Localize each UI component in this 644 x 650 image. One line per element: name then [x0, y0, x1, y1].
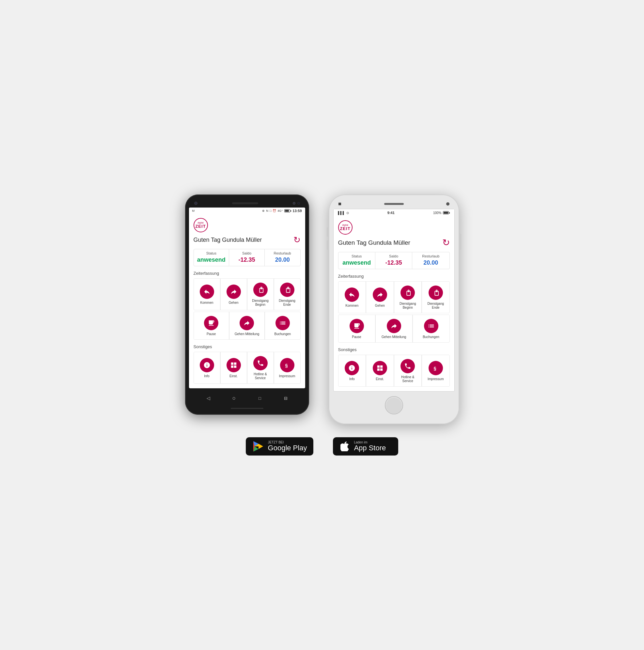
front-camera [338, 203, 341, 205]
pause-label: Pause [207, 332, 216, 336]
iphone-zeiterfassung-title: Zeiterfassung [338, 274, 450, 279]
iphone-gehen-button[interactable]: Gehen [366, 282, 394, 313]
iphone-top-bar [333, 201, 455, 209]
time-display: 13:59 [292, 209, 301, 213]
iphone-app-logo: digital ZEIT [338, 220, 450, 234]
iphone-buchungen-button[interactable]: Buchungen [413, 315, 450, 342]
iphone-kommen-icon [345, 287, 359, 302]
iphone-greeting-text: Guten Tag Gundula Müller [338, 239, 410, 246]
volume-up-button[interactable] [327, 227, 328, 237]
iphone-zeiterfassung-grid-2: Pause Gehen Mitteilung Buchungen [338, 315, 450, 342]
kommen-label: Kommen [200, 301, 213, 305]
iphone-dienstgang-ende-button[interactable]: Dienstgang Ende [422, 282, 450, 313]
iphone-stat-status-label: Status [340, 254, 374, 258]
android-home-button[interactable]: ○ [229, 394, 239, 403]
wifi-icon: ⊙ [346, 211, 349, 215]
iphone-hotline-label: Hotline & Service [396, 375, 420, 383]
signal-bars: ▌▌▌ [338, 211, 345, 215]
iphone-kommen-button[interactable]: Kommen [338, 282, 366, 313]
google-play-big-text: Google Play [268, 444, 307, 452]
info-icon [200, 358, 214, 372]
hotline-icon [253, 356, 267, 370]
kommen-button[interactable]: Kommen [194, 279, 220, 310]
refresh-button[interactable]: ↻ [293, 235, 300, 245]
google-play-button[interactable]: JETZT BEI Google Play [246, 437, 314, 456]
app-store-button[interactable]: Laden im App Store [333, 437, 398, 455]
gehen-icon [226, 285, 241, 299]
info-button[interactable]: Info [194, 352, 220, 384]
camera-dot [297, 202, 300, 205]
iphone-sonstiges-grid: Info Einst. Hotline & Service [338, 355, 450, 387]
battery-icon [284, 209, 291, 212]
app-logo: digital ZEIT [193, 218, 300, 232]
iphone-impressum-button[interactable]: § Impressum [422, 355, 450, 386]
android-status-icons: ⊕ N □ ⏰ 4G⁺ 13:59 [262, 209, 301, 213]
stat-saldo-value: -12.35 [230, 256, 263, 263]
iphone-hotline-button[interactable]: Hotline & Service [394, 355, 422, 386]
iphone-info-label: Info [349, 377, 355, 381]
iphone-gehen-mitteilung-button[interactable]: Gehen Mitteilung [376, 315, 412, 342]
impressum-button[interactable]: § Impressum [274, 352, 300, 384]
android-chin [231, 408, 263, 409]
iphone-greeting-row: Guten Tag Gundula Müller ↻ [338, 237, 450, 248]
dienstgang-ende-icon [280, 283, 294, 297]
gehen-button[interactable]: Gehen [221, 279, 247, 310]
hotline-button[interactable]: Hotline & Service [247, 352, 274, 384]
volume-down-button[interactable] [327, 240, 328, 250]
pause-icon [204, 316, 218, 330]
stat-saldo-label: Saldo [230, 251, 263, 255]
pause-button[interactable]: Pause [194, 312, 229, 339]
dienstgang-ende-button[interactable]: Dienstgang Ende [274, 279, 300, 310]
gehen-mitteilung-label: Gehen Mitteilung [235, 332, 259, 336]
vibrate-icon: □ [270, 209, 271, 212]
dienstgang-beginn-label: Dienstgang Beginn [249, 299, 272, 307]
android-menu-button[interactable]: ⊟ [281, 394, 290, 403]
gehen-mitteilung-button[interactable]: Gehen Mitteilung [229, 312, 264, 339]
android-notification-icon: M [192, 209, 195, 212]
iphone-time: 9:41 [388, 211, 395, 215]
iphone-dienstgang-beginn-label: Dienstgang Beginn [396, 302, 420, 310]
network-icon: 4G⁺ [278, 209, 283, 212]
front-camera-icon [194, 202, 198, 205]
iphone-einstellungen-icon [373, 361, 387, 375]
iphone-home-button[interactable] [385, 396, 403, 414]
iphone-kommen-label: Kommen [345, 304, 358, 308]
iphone-pause-label: Pause [352, 335, 361, 339]
zeiterfassung-grid-2: Pause Gehen Mitteilung Buchungen [193, 312, 300, 340]
iphone-pause-button[interactable]: Pause [338, 315, 375, 342]
android-back-button[interactable]: ◁ [204, 394, 213, 403]
iphone-info-button[interactable]: Info [338, 355, 366, 386]
battery-percent: 100% [433, 211, 442, 215]
buchungen-button[interactable]: Buchungen [265, 312, 300, 339]
iphone-dienstgang-beginn-button[interactable]: Dienstgang Beginn [394, 282, 422, 313]
android-nav-bar: ◁ ○ □ ⊟ [189, 388, 305, 405]
iphone-impressum-icon: § [429, 361, 443, 375]
iphone-einstellungen-label: Einst. [376, 377, 384, 381]
sonstiges-title: Sonstiges [193, 344, 300, 349]
stat-status-value: anwesend [195, 256, 228, 263]
stat-resturlaub: Resturlaub 20.00 [265, 249, 300, 266]
dienstgang-beginn-button[interactable]: Dienstgang Beginn [247, 279, 274, 310]
iphone-stat-status: Status anwesend [338, 252, 375, 269]
iphone-screen: ▌▌▌ ⊙ 9:41 100% [333, 209, 455, 392]
iphone-dienstgang-beginn-icon [400, 286, 415, 300]
iphone-speaker [384, 203, 404, 205]
android-recent-button[interactable]: □ [255, 394, 264, 403]
iphone-status-bar: ▌▌▌ ⊙ 9:41 100% [333, 209, 454, 216]
iphone: ▌▌▌ ⊙ 9:41 100% [329, 194, 459, 424]
power-button[interactable] [460, 233, 461, 250]
nfc-icon: N [266, 209, 268, 212]
iphone-battery-icon [443, 211, 450, 214]
iphone-pause-icon [350, 319, 364, 333]
iphone-einstellungen-button[interactable]: Einst. [366, 355, 394, 386]
impressum-label: Impressum [279, 374, 295, 378]
einstellungen-button[interactable]: Einst. [221, 352, 247, 384]
stats-grid: Status anwesend Saldo -12.35 Resturlaub … [193, 249, 300, 266]
einstellungen-label: Einst. [229, 374, 238, 378]
iphone-refresh-button[interactable]: ↻ [442, 237, 450, 248]
dienstgang-ende-label: Dienstgang Ende [276, 299, 298, 307]
iphone-hotline-icon [400, 359, 415, 373]
iphone-camera [446, 202, 450, 206]
alarm-icon: ⏰ [273, 209, 276, 212]
hotline-label: Hotline & Service [249, 372, 272, 380]
